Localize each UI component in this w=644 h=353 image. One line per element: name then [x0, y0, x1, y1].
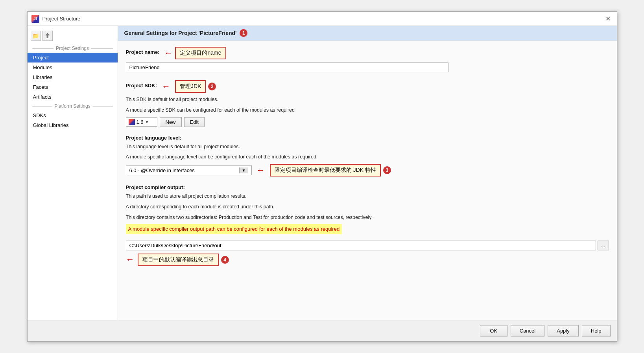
project-settings-label: Project Settings: [56, 46, 89, 51]
project-sdk-section: Project SDK: ← 管理JDK 2 This SDK is defau…: [126, 80, 609, 127]
language-level-dropdown[interactable]: 6.0 - @Override in interfaces ▼: [126, 165, 252, 175]
project-structure-window: JI Project Structure ✕ 📁 🗑 Project Setti…: [27, 11, 617, 342]
language-level-arrow: ←: [256, 166, 265, 175]
sdk-version-dropdown[interactable]: 1.6 ▼: [126, 117, 157, 127]
compiler-output-input[interactable]: [126, 241, 596, 250]
sidebar-item-global-libraries[interactable]: Global Libraries: [28, 120, 118, 130]
content-header-title: General Settings for Project 'PictureFri…: [124, 30, 237, 36]
project-sdk-label-row: Project SDK: ← 管理JDK 2: [126, 80, 609, 93]
main-content: 📁 🗑 Project Settings Project Modules Lib…: [28, 26, 617, 320]
platform-settings-label: Platform Settings: [54, 103, 90, 109]
compiler-output-arrow: ←: [126, 255, 135, 264]
apply-button[interactable]: Apply: [548, 325, 579, 336]
sdk-dropdown-arrow: ▼: [145, 120, 149, 124]
browse-button[interactable]: ...: [598, 241, 609, 250]
language-level-dropdown-arrow: ▼: [239, 167, 248, 173]
close-button[interactable]: ✕: [603, 14, 613, 23]
sidebar: 📁 🗑 Project Settings Project Modules Lib…: [28, 26, 118, 320]
sidebar-item-facets[interactable]: Facets: [28, 82, 118, 92]
bottom-bar: OK Cancel Apply Help: [28, 320, 617, 341]
content-body: Project name: ← 定义项目的name Project SDK: ←: [118, 40, 617, 320]
platform-settings-section-header: Platform Settings: [28, 102, 118, 110]
window-title: Project Structure: [42, 16, 81, 22]
sdk-desc1: This SDK is default for all project modu…: [126, 96, 609, 103]
sdk-icon: [129, 119, 135, 125]
sdk-edit-button[interactable]: Edit: [184, 117, 205, 127]
language-level-section: Project language level: This language le…: [126, 135, 609, 177]
compiler-output-desc2: A directory corresponding to each module…: [126, 203, 609, 211]
cancel-button[interactable]: Cancel: [511, 325, 544, 336]
project-name-input[interactable]: [126, 63, 448, 72]
project-name-section: Project name: ← 定义项目的name: [126, 47, 609, 72]
compiler-output-row: ...: [126, 241, 609, 250]
sidebar-item-sdks[interactable]: SDKs: [28, 110, 118, 120]
language-level-value: 6.0 - @Override in interfaces: [129, 167, 239, 173]
sidebar-item-modules[interactable]: Modules: [28, 63, 118, 72]
project-settings-section-header: Project Settings: [28, 44, 118, 53]
sdk-desc2: A module specific SDK can be configured …: [126, 107, 609, 114]
title-bar-left: JI Project Structure: [31, 15, 81, 23]
title-bar: JI Project Structure ✕: [28, 12, 617, 26]
sidebar-item-libraries[interactable]: Libraries: [28, 72, 118, 82]
project-name-annotation: 定义项目的name: [175, 47, 226, 59]
ok-button[interactable]: OK: [480, 325, 507, 336]
content-area: General Settings for Project 'PictureFri…: [118, 26, 617, 320]
compiler-output-desc3: This directory contains two subdirectori…: [126, 214, 609, 221]
language-level-annotation: 限定项目编译检查时最低要求的 JDK 特性: [270, 164, 381, 176]
sidebar-item-project[interactable]: Project: [28, 53, 118, 63]
app-icon: JI: [31, 15, 39, 23]
badge-1: 1: [240, 29, 247, 37]
project-sdk-arrow: ←: [162, 82, 170, 91]
delete-button[interactable]: 🗑: [42, 31, 53, 41]
sidebar-item-artifacts[interactable]: Artifacts: [28, 92, 118, 102]
help-button[interactable]: Help: [582, 325, 611, 336]
badge-3: 3: [383, 166, 391, 174]
language-level-desc2: A module specific language level can be …: [126, 153, 609, 161]
project-sdk-label: Project SDK:: [126, 83, 157, 88]
badge-4: 4: [221, 256, 229, 264]
compiler-output-label: Project compiler output:: [126, 184, 609, 190]
content-header: General Settings for Project 'PictureFri…: [118, 26, 617, 40]
sidebar-toolbar: 📁 🗑: [28, 29, 118, 44]
compiler-output-section: Project compiler output: This path is us…: [126, 184, 609, 266]
project-sdk-annotation: 管理JDK: [175, 80, 206, 93]
project-name-arrow: ←: [164, 49, 173, 57]
sdk-new-button[interactable]: New: [160, 117, 182, 127]
badge-2: 2: [208, 83, 216, 90]
language-level-desc1: This language level is default for all p…: [126, 143, 609, 151]
sdk-version-text: 1.6: [137, 119, 144, 125]
compiler-output-annotation: 项目中的默认编译输出总目录: [138, 254, 219, 266]
compiler-output-highlight: A module specific compiler output path c…: [126, 224, 342, 234]
add-folder-button[interactable]: 📁: [31, 31, 41, 41]
project-name-label-row: Project name: ← 定义项目的name: [126, 47, 609, 59]
compiler-output-desc1: This path is used to store all project c…: [126, 193, 609, 200]
language-level-label: Project language level:: [126, 135, 609, 141]
sdk-controls: 1.6 ▼ New Edit: [126, 117, 609, 127]
project-name-label: Project name:: [126, 49, 160, 55]
